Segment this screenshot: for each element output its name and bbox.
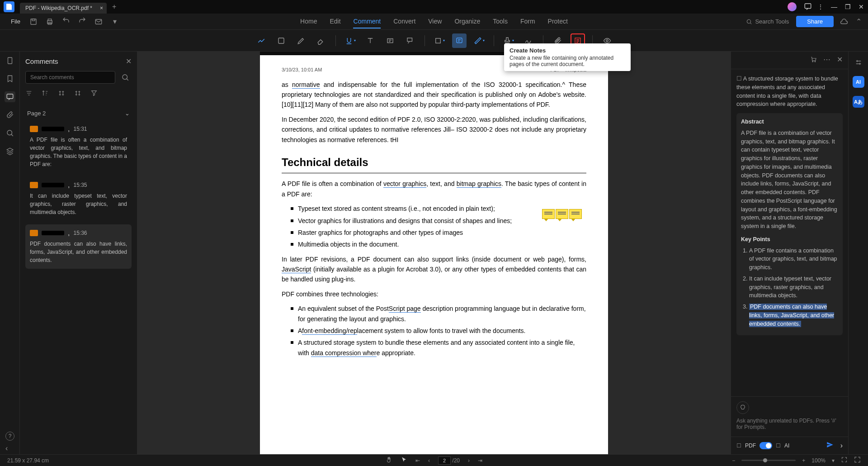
sticky-note-icon[interactable] [569, 209, 582, 219]
zoom-in-icon[interactable]: + [802, 457, 805, 464]
zoom-out-icon[interactable]: − [732, 457, 735, 464]
search-input[interactable] [25, 71, 115, 84]
shape-tool[interactable]: ▾ [432, 33, 447, 48]
window-close-icon[interactable]: ✕ [858, 3, 864, 10]
link-normative[interactable]: normative [292, 81, 320, 89]
document-tab[interactable]: PDF - Wikipedia_OCR.pdf * × [20, 3, 107, 14]
print-icon[interactable] [46, 18, 54, 26]
ai-translate-icon[interactable]: Aあ [853, 96, 864, 108]
note-tool[interactable] [452, 33, 467, 48]
document-viewport[interactable]: 3/10/23, 10:01 AM PDF - Wikipedia as nor… [137, 52, 731, 454]
chat-input[interactable] [736, 418, 843, 430]
app-logo-icon[interactable] [4, 1, 14, 12]
send-icon[interactable] [826, 441, 834, 451]
ai-badge-icon[interactable]: AI [853, 76, 864, 88]
area-highlight-tool[interactable] [274, 33, 288, 48]
next-page-icon[interactable]: › [468, 457, 470, 464]
user-avatar[interactable] [788, 2, 797, 11]
redo-icon[interactable] [78, 18, 86, 26]
dropdown-icon[interactable]: ▾ [111, 18, 119, 26]
callout-tool[interactable] [403, 33, 417, 48]
zoom-slider[interactable] [741, 460, 796, 461]
sort-asc-icon[interactable] [42, 89, 49, 99]
sticky-note-icon[interactable] [542, 209, 555, 219]
sticky-note-icon[interactable] [556, 209, 568, 219]
tab-view[interactable]: View [428, 15, 442, 29]
text-tool[interactable] [363, 33, 377, 48]
thumbnails-icon[interactable] [5, 55, 15, 66]
search-icon[interactable] [119, 71, 132, 84]
email-icon[interactable] [94, 18, 103, 26]
expand-icon[interactable] [58, 89, 65, 99]
panel-close-icon[interactable]: ✕ [126, 57, 132, 66]
tab-home[interactable]: Home [300, 15, 317, 29]
pencil-tool[interactable] [294, 33, 308, 48]
settings-icon[interactable] [853, 57, 864, 68]
tab-organize[interactable]: Organize [454, 15, 480, 29]
tab-comment[interactable]: Comment [354, 15, 381, 29]
svg-point-17 [7, 130, 12, 135]
select-tool-icon[interactable] [401, 456, 407, 465]
new-tab-button[interactable]: + [112, 3, 116, 11]
fullscreen-icon[interactable] [854, 456, 861, 465]
menu-dots-icon[interactable]: ⋮ [817, 3, 824, 10]
first-page-icon[interactable]: ⇤ [415, 457, 420, 464]
comment-card[interactable]: ,15:36 PDF documents can also have links… [25, 224, 132, 269]
page-group-header[interactable]: Page 2 ⌄ [25, 106, 132, 120]
highlight-tool[interactable] [254, 33, 269, 48]
collapse-left-icon[interactable]: ‹ [5, 444, 8, 452]
comments-rail-icon[interactable] [5, 91, 15, 102]
measure-tool[interactable]: ▾ [472, 33, 486, 48]
svg-point-19 [812, 62, 813, 62]
sort-icon[interactable] [25, 89, 33, 99]
tab-edit[interactable]: Edit [330, 15, 340, 29]
share-button[interactable]: Share [796, 16, 834, 27]
bookmarks-icon[interactable] [5, 73, 15, 84]
tab-close-icon[interactable]: × [100, 5, 103, 11]
fit-page-icon[interactable] [841, 456, 848, 465]
tab-form[interactable]: Form [520, 15, 535, 29]
link-javascript[interactable]: JavaScript [282, 266, 311, 273]
chevron-up-icon[interactable]: ⌃ [854, 18, 863, 26]
list-item: Raster graphics for photographs and othe… [291, 228, 586, 238]
chevron-right-icon[interactable]: › [840, 442, 843, 450]
note-icon [30, 182, 38, 188]
prev-page-icon[interactable]: ‹ [428, 457, 430, 464]
cart-icon[interactable] [810, 55, 817, 65]
text-box-tool[interactable] [383, 33, 397, 48]
collapse-icon[interactable] [74, 89, 81, 99]
underline-tool[interactable]: ▾ [343, 33, 358, 48]
help-icon[interactable]: ? [5, 432, 14, 441]
search-rail-icon[interactable] [5, 128, 15, 138]
zoom-dropdown-icon[interactable]: ▾ [832, 457, 835, 464]
attachments-icon[interactable] [5, 109, 15, 120]
chat-icon[interactable] [804, 2, 810, 12]
layers-icon[interactable] [5, 146, 15, 157]
undo-icon[interactable] [62, 18, 70, 26]
window-maximize-icon[interactable]: ❐ [844, 3, 851, 10]
page-input[interactable] [438, 456, 451, 465]
tab-convert[interactable]: Convert [393, 15, 415, 29]
keypoints-heading: Key Points [741, 235, 838, 244]
pdf-ai-toggle[interactable] [760, 442, 772, 449]
comment-card[interactable]: ,15:35 It can include typeset text, vect… [25, 176, 132, 221]
page-total: /20 [452, 457, 460, 464]
eraser-tool[interactable] [314, 33, 328, 48]
search-tools[interactable]: Search Tools [746, 18, 789, 25]
cloud-icon[interactable] [840, 18, 848, 26]
link-bitmap-graphics[interactable]: bitmap graphics [457, 180, 501, 188]
tab-tools[interactable]: Tools [493, 15, 508, 29]
last-page-icon[interactable]: ⇥ [478, 457, 482, 464]
tab-protect[interactable]: Protect [548, 15, 568, 29]
file-menu[interactable]: File [5, 16, 26, 27]
link-vector-graphics[interactable]: vector graphics [383, 180, 426, 188]
window-minimize-icon[interactable]: — [831, 3, 837, 10]
filter-icon[interactable] [90, 89, 98, 99]
more-icon[interactable]: ⋯ [823, 55, 830, 65]
suggestion-icon[interactable] [736, 401, 749, 414]
hand-tool-icon[interactable] [386, 456, 392, 465]
save-icon[interactable] [29, 18, 38, 26]
svg-rect-2 [32, 19, 35, 21]
close-panel-icon[interactable]: ✕ [837, 55, 843, 65]
comment-card[interactable]: ,15:31 A PDF file is often a combination… [25, 120, 132, 173]
